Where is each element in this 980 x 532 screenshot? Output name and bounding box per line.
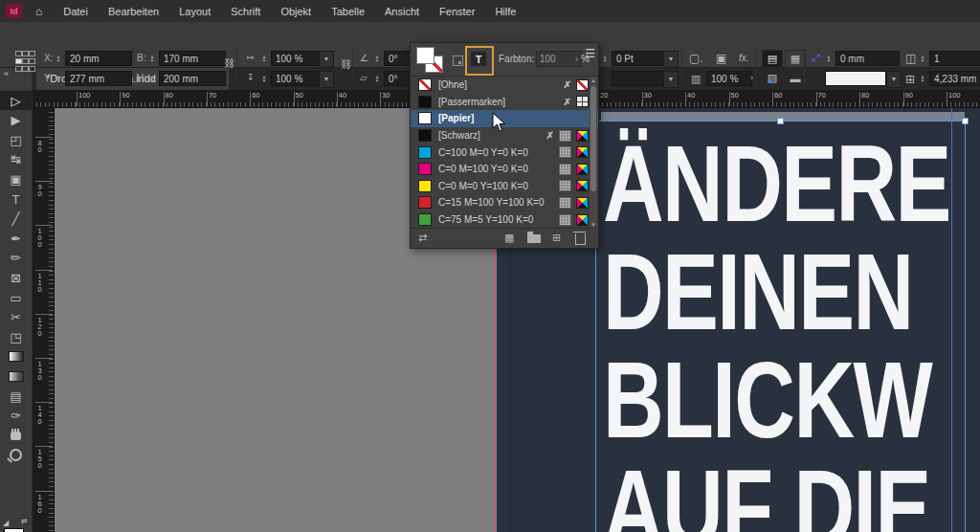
rotation-stepper[interactable]: ▲▼ [373, 51, 381, 66]
swatch-row[interactable]: C=0 M=100 Y=0 K=0 [411, 161, 598, 178]
x-field[interactable] [65, 51, 132, 66]
headline-text[interactable]: ÄNDEREDEINENBLICKWAUF DIE [603, 130, 950, 532]
menu-fenster[interactable]: Fenster [439, 6, 475, 17]
scissors-tool[interactable]: ✂ [0, 308, 32, 327]
text-wrap-object-icon[interactable]: ▨ [762, 69, 783, 87]
text-wrap-none-icon[interactable]: ▤ [762, 50, 783, 68]
scale-x-field[interactable] [271, 51, 321, 66]
scale-y-field[interactable] [271, 71, 321, 86]
type-tool[interactable]: T [0, 189, 32, 209]
margin-guide[interactable] [951, 107, 952, 532]
panel-menu-icon[interactable]: ☰ [585, 51, 595, 56]
swatch-row[interactable]: C=0 M=0 Y=100 K=0 [411, 178, 598, 195]
home-icon[interactable]: ⌂ [35, 5, 42, 18]
hand-tool[interactable] [0, 426, 32, 445]
formatting-affects-text-button[interactable]: T [471, 52, 486, 66]
shear-stepper[interactable]: ▲▼ [373, 71, 381, 86]
height-field[interactable] [159, 71, 226, 86]
corner-shape-icon[interactable]: ▣ [716, 52, 726, 65]
menu-bearbeiten[interactable]: Bearbeiten [108, 6, 159, 17]
frame-handle-top-right[interactable] [962, 118, 969, 124]
exchange-views-icon[interactable]: ⇄ [418, 232, 427, 244]
fit-content-icon[interactable]: ⤢ [812, 52, 820, 64]
columns-field[interactable] [929, 51, 980, 66]
swatch-list-scrollbar[interactable]: ▲ ▼ [590, 77, 597, 229]
fill-proxy-swatch[interactable] [4, 528, 24, 532]
menu-layout[interactable]: Layout [179, 6, 211, 17]
note-tool[interactable]: ▤ [0, 387, 32, 406]
x-stepper[interactable]: ▲▼ [55, 51, 62, 66]
zoom-tool[interactable] [0, 446, 32, 465]
menu-ansicht[interactable]: Ansicht [385, 6, 419, 17]
collapse-panel-icon[interactable]: « [4, 69, 9, 78]
scroll-up-icon[interactable]: ▲ [590, 77, 597, 84]
free-transform-tool[interactable]: ◳ [0, 327, 32, 346]
pencil-tool[interactable]: ✏ [0, 249, 32, 268]
scale-x-stepper[interactable]: ▲▼ [260, 51, 268, 66]
opacity-expand[interactable]: › [750, 73, 753, 82]
gradient-feather-tool[interactable] [0, 366, 32, 386]
text-wrap-bounding-icon[interactable]: ▦ [785, 50, 806, 68]
stroke-style-dropdown[interactable]: ▼ [663, 71, 679, 88]
gutter-stepper[interactable]: ▲▼ [919, 71, 926, 86]
wrap-offset-field[interactable] [835, 51, 901, 66]
gap-tool[interactable]: ↹ [0, 150, 32, 169]
pen-tool[interactable]: ✒ [0, 229, 32, 248]
new-color-group-icon[interactable]: ▦ [504, 232, 514, 244]
selection-tool[interactable]: ▷ [0, 91, 32, 110]
swatch-row[interactable]: C=15 M=100 Y=100 K=0 [411, 194, 598, 211]
menu-datei[interactable]: Datei [63, 6, 88, 17]
scale-y-dropdown[interactable]: ▼ [319, 71, 334, 88]
scale-x-dropdown[interactable]: ▼ [319, 51, 334, 68]
tint-expand-icon[interactable]: › [575, 54, 578, 64]
line-tool[interactable]: ╱ [0, 210, 32, 229]
swatch-row[interactable]: [Ohne]✗ [411, 77, 598, 94]
direct-selection-tool[interactable]: ▶ [0, 111, 32, 130]
swatch-row[interactable]: [Passermarken]✗ [411, 94, 598, 111]
reference-point-proxy[interactable] [15, 51, 33, 72]
scale-y-stepper[interactable]: ▲▼ [260, 71, 268, 86]
width-field[interactable] [159, 51, 226, 66]
rectangle-frame-tool[interactable]: ⊠ [0, 268, 32, 287]
width-stepper[interactable]: ▲▼ [148, 51, 156, 66]
wrap-offset-stepper[interactable]: ▲▼ [825, 51, 833, 66]
text-frame-right-edge[interactable] [965, 121, 966, 532]
constrain-scale-icon[interactable]: ⛓ [341, 58, 351, 70]
rectangle-tool[interactable]: ▭ [0, 288, 32, 307]
corner-options-icon[interactable]: ▢. [689, 52, 703, 65]
menu-schrift[interactable]: Schrift [231, 6, 260, 17]
folder-icon[interactable] [527, 232, 541, 243]
gradient-tool[interactable] [0, 347, 32, 366]
opacity-field[interactable] [706, 71, 752, 86]
stroke-weight-dropdown[interactable]: ▼ [663, 51, 679, 68]
gutter-field[interactable] [929, 71, 980, 86]
menu-hilfe[interactable]: Hilfe [495, 6, 516, 17]
formatting-affects-container-icon[interactable] [453, 55, 463, 66]
new-swatch-icon[interactable]: ⊞ [552, 232, 561, 244]
stroke-weight-stepper[interactable]: ▲▼ [601, 51, 609, 66]
y-field[interactable] [65, 71, 132, 86]
content-collector-tool[interactable]: ▣ [0, 169, 32, 188]
object-style-preview[interactable] [825, 71, 886, 86]
swap-fill-stroke-icon[interactable]: ⇄ [21, 517, 28, 525]
scrollbar-thumb[interactable] [590, 86, 596, 191]
text-wrap-jump-icon[interactable]: ▬ [785, 69, 806, 87]
constrain-dimensions-icon[interactable]: ⛓ [224, 57, 234, 69]
swatch-row[interactable]: C=100 M=0 Y=0 K=0 [411, 144, 598, 161]
frame-handle-top-center[interactable] [777, 118, 784, 124]
vertical-ruler[interactable]: 8090100110120130140150160 [32, 90, 55, 532]
stroke-style-field[interactable] [612, 71, 665, 86]
menu-tabelle[interactable]: Tabelle [331, 6, 365, 17]
page-tool[interactable]: ◰ [0, 130, 32, 149]
y-stepper[interactable]: ▲▼ [55, 71, 62, 86]
columns-stepper[interactable]: ▲▼ [919, 51, 926, 66]
swatch-row[interactable]: C=75 M=5 Y=100 K=0 [411, 211, 598, 229]
effects-button[interactable]: fx. [739, 53, 749, 63]
height-stepper[interactable]: ▲▼ [148, 71, 156, 86]
menu-objekt[interactable]: Objekt [280, 6, 311, 17]
stroke-weight-field[interactable] [612, 51, 665, 66]
panel-fill-proxy[interactable] [416, 47, 434, 64]
tint-field[interactable]: 100 › [536, 51, 582, 67]
delete-swatch-icon[interactable] [575, 232, 586, 245]
color-theme-tool[interactable]: ✑ [0, 407, 32, 426]
